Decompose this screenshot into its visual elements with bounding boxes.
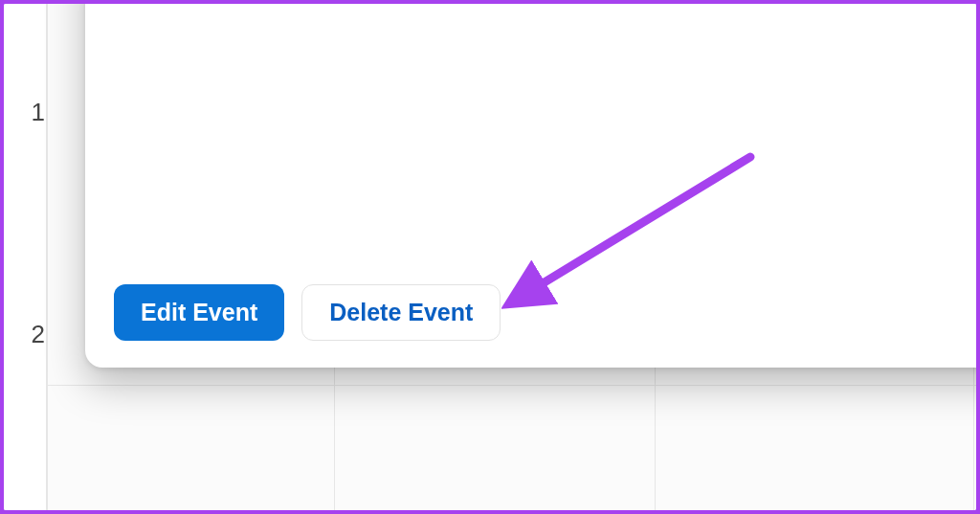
time-label-1: 1 — [4, 98, 47, 127]
delete-event-button[interactable]: Delete Event — [301, 284, 501, 341]
delete-event-button-label: Delete Event — [329, 301, 473, 324]
event-modal: Edit Event Delete Event — [85, 4, 976, 368]
time-gutter: 1 2 — [4, 4, 47, 510]
time-label-2: 2 — [4, 320, 47, 349]
screenshot-frame: 1 2 Edit Event Delete Event — [4, 4, 976, 510]
edit-event-button-label: Edit Event — [141, 301, 257, 324]
modal-action-row: Edit Event Delete Event — [114, 284, 501, 341]
edit-event-button[interactable]: Edit Event — [114, 284, 284, 341]
